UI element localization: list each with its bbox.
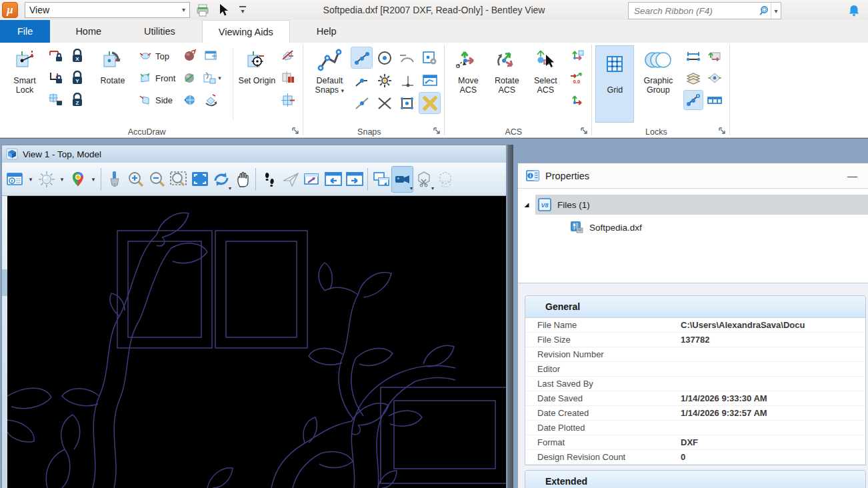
rotate-cycle-button[interactable] [202, 91, 221, 109]
fit-view-button[interactable] [189, 167, 210, 192]
accudraw-side-button[interactable]: Side [136, 91, 178, 109]
display-style-button[interactable] [36, 167, 57, 192]
snap-lock-button[interactable] [684, 91, 703, 109]
lock-y-button[interactable]: Y [68, 69, 87, 87]
snap-intersection-button[interactable] [374, 93, 395, 113]
accudraw-front-button[interactable]: Front [136, 69, 178, 87]
customize-quick-access-button[interactable]: ▾ [237, 2, 249, 18]
property-row[interactable]: Revision Number [525, 347, 865, 362]
snaps-dialog-launcher[interactable] [433, 127, 441, 135]
camera-dropdown-icon[interactable]: ▾ [410, 185, 413, 191]
view-next-button[interactable] [344, 167, 365, 192]
property-row[interactable]: Last Saved By [525, 377, 865, 391]
rotate-acs-sphere-button[interactable] [181, 47, 199, 65]
lock-x-button[interactable]: X [68, 47, 87, 65]
tab-home[interactable]: Home [59, 20, 117, 43]
lock-grid-button[interactable] [279, 69, 297, 87]
orbit-sphere-button[interactable] [181, 91, 199, 109]
property-row[interactable]: Date Plotted [525, 421, 865, 435]
clip-volume-button[interactable]: ▾ [413, 167, 434, 192]
view-rotation-dialog-button[interactable] [202, 47, 221, 65]
property-row[interactable]: Date Saved1/14/2026 9:33:30 AM [525, 391, 865, 406]
view-attributes-button[interactable] [5, 167, 25, 192]
search-icon[interactable] [759, 3, 771, 19]
snap-settings-button[interactable] [419, 47, 440, 68]
snap-origin-button[interactable] [397, 93, 417, 113]
select-acs-button[interactable]: Select ACS [526, 46, 565, 95]
snap-multisnap-button[interactable] [374, 70, 395, 91]
tab-viewing-aids[interactable]: Viewing Aids [202, 20, 290, 43]
tree-node-files-selected[interactable]: V8 Files (1) [535, 195, 868, 215]
property-row[interactable]: Date Created1/14/2026 9:32:57 AM [525, 406, 865, 421]
define-acs-button[interactable] [567, 47, 586, 65]
snap-tangent-button[interactable] [397, 47, 417, 68]
tree-node-files[interactable]: ◢ V8 Files (1) [518, 195, 868, 215]
snap-keypoint-button[interactable] [351, 70, 372, 91]
graphic-group-lock-toggle[interactable]: Graphic Group [633, 46, 683, 95]
rotate-acs-button[interactable]: Rotate ACS [487, 46, 526, 95]
search-dropdown-icon[interactable]: ▾ [771, 7, 781, 15]
zoom-out-button[interactable] [147, 167, 167, 192]
toggle-compass-button[interactable] [279, 47, 297, 65]
view-attributes-dropdown-icon[interactable]: ▾ [26, 167, 35, 192]
canvas-left-scrollbar[interactable] [2, 196, 7, 488]
walk-button[interactable] [259, 167, 279, 192]
level-lock-button[interactable] [684, 69, 703, 87]
accudraw-dialog-launcher[interactable] [291, 127, 300, 135]
app-logo-icon[interactable]: µ [2, 2, 18, 18]
lock-angle-button[interactable] [47, 69, 65, 87]
rotate-view-dropdown-icon[interactable]: ▾ [229, 185, 231, 191]
zoom-in-button[interactable] [125, 167, 146, 192]
search-input[interactable] [629, 6, 759, 16]
property-row[interactable]: Design Revision Count0 [525, 450, 865, 465]
acs-coordinates-button[interactable]: 0.0 [567, 69, 586, 87]
camera-settings-button[interactable]: ▾ [392, 167, 413, 192]
tab-file[interactable]: File [0, 20, 50, 43]
unit-lock-button[interactable] [705, 91, 724, 109]
property-row[interactable]: FormatDXF [525, 435, 865, 450]
minimize-panel-icon[interactable]: — [847, 170, 861, 181]
update-view-button[interactable] [104, 167, 125, 192]
rotate-view-button[interactable]: ▾ [211, 167, 231, 192]
extended-section-header[interactable]: Extended [525, 471, 865, 488]
tab-utilities[interactable]: Utilities [128, 20, 191, 43]
clip-mask-button[interactable] [435, 167, 455, 192]
lock-index-button[interactable] [47, 91, 65, 109]
ribbon-search[interactable]: ▾ [628, 2, 781, 19]
smart-lock-button[interactable]: Smart Lock [4, 46, 45, 95]
display-style-dropdown-icon[interactable]: ▾ [57, 167, 67, 192]
property-row[interactable]: Editor [525, 362, 865, 377]
accudraw-top-button[interactable]: Top [136, 47, 178, 65]
notifications-bell-icon[interactable] [845, 2, 863, 19]
map-pin-button[interactable] [67, 167, 88, 192]
general-section-header[interactable]: General [525, 296, 865, 318]
lock-distance-button[interactable] [47, 47, 65, 65]
snap-center-button[interactable] [374, 47, 395, 68]
tab-help[interactable]: Help [301, 20, 353, 43]
clip-volume-dropdown-icon[interactable]: ▾ [431, 185, 434, 191]
view-previous-button[interactable] [323, 167, 343, 192]
view-group-selector[interactable]: View ▾ [25, 2, 190, 18]
annotation-scale-lock-button[interactable] [705, 69, 724, 87]
default-snaps-button[interactable]: Default Snaps ▾ [307, 46, 351, 95]
copy-view-button[interactable] [371, 167, 391, 192]
axis-lock-button[interactable] [684, 47, 703, 65]
move-acs-button[interactable]: Move ACS [449, 46, 487, 95]
snap-popup-button[interactable] [419, 70, 440, 91]
snap-midpoint-button[interactable] [351, 93, 372, 113]
panel-splitter[interactable] [507, 145, 513, 488]
acs-triad-button[interactable] [567, 91, 586, 109]
drawing-canvas[interactable] [2, 196, 506, 488]
navigate-view-button[interactable] [301, 167, 322, 192]
unrotate-acs-button[interactable]: ▾ [202, 69, 229, 87]
print-button[interactable] [194, 2, 211, 18]
locks-dialog-launcher[interactable] [718, 127, 727, 135]
accudraw-settings-button[interactable] [279, 91, 297, 109]
window-area-button[interactable] [168, 167, 189, 192]
properties-titlebar[interactable]: i Properties — [518, 163, 868, 189]
accudraw-rotate-button[interactable]: Rotate [92, 46, 133, 85]
property-row[interactable]: File Size137782 [525, 333, 865, 347]
acs-dialog-launcher[interactable] [580, 127, 589, 135]
expander-icon[interactable]: ◢ [518, 201, 535, 208]
fly-button[interactable] [280, 167, 301, 192]
